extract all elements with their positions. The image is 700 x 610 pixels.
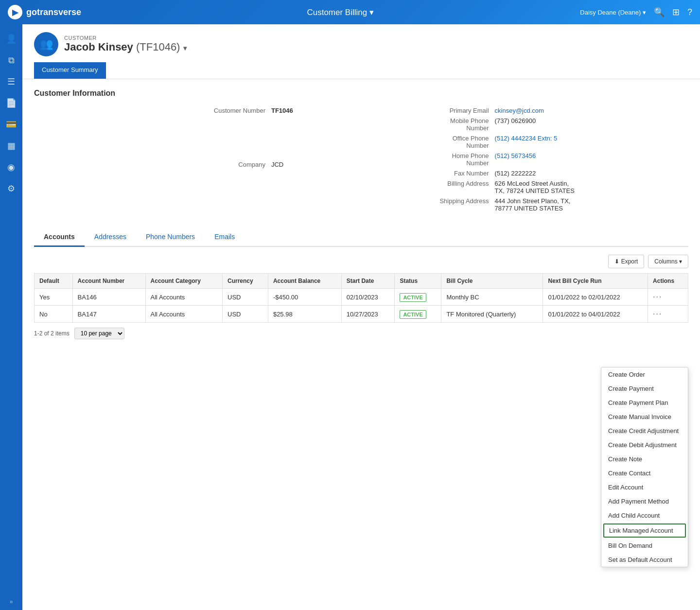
label-company: Company [34,159,271,213]
customer-tabs: Customer Summary [34,62,688,79]
menu-item-create-debit-adjustment[interactable]: Create Debit Adjustment [601,438,688,452]
sidebar-item-document[interactable]: 📄 [1,93,21,113]
columns-button[interactable]: Columns ▾ [648,255,688,268]
cell-account-balance: -$450.00 [268,289,341,306]
customer-name-row: Jacob Kinsey (TF1046) ▾ [64,41,187,53]
table-row: No BA147 All Accounts USD $25.98 10/27/2… [35,306,688,323]
value-primary-email: ckinsey@jcd.com [495,105,688,116]
value-billing-address: 626 McLeod Street Austin,TX, 78724 UNITE… [495,178,688,196]
export-button[interactable]: ⬇ Export [608,255,644,268]
cell-currency: USD [223,289,268,306]
sidebar-item-calculator[interactable]: ▦ [1,136,21,156]
col-account-category: Account Category [145,274,222,289]
cell-start-date: 10/27/2023 [341,306,395,323]
sidebar-expand[interactable]: » [10,598,13,605]
info-row-office: Office PhoneNumber (512) 4442234 Extn: 5 [361,133,688,151]
cell-status: ACTIVE [395,306,441,323]
per-page-select[interactable]: 10 per page 25 per page 50 per page [74,328,124,339]
value-home-phone: (512) 5673456 [495,151,688,168]
value-mobile-phone: (737) 0626900 [495,116,688,133]
menu-item-bill-on-demand[interactable]: Bill On Demand [601,539,688,553]
sub-tab-phone-numbers[interactable]: Phone Numbers [136,228,205,247]
cell-account-number: BA147 [72,306,145,323]
label-customer-number: Customer Number [34,105,271,159]
apps-icon[interactable]: ⊞ [672,7,680,17]
col-actions: Actions [648,274,688,289]
table-toolbar: ⬇ Export Columns ▾ [34,255,688,268]
value-customer-number: TF1046 [271,105,361,159]
customer-avatar: 👥 [34,32,58,56]
menu-item-create-manual-invoice[interactable]: Create Manual Invoice [601,410,688,424]
cell-currency: USD [223,306,268,323]
label-fax: Fax Number [361,168,495,178]
sub-tab-addresses[interactable]: Addresses [85,228,136,247]
row-actions-button-1[interactable]: ··· [653,293,662,301]
info-row-billing: Billing Address 626 McLeod Street Austin… [361,178,688,196]
menu-item-create-payment[interactable]: Create Payment [601,382,688,396]
label-shipping-address: Shipping Address [361,196,495,213]
sidebar-item-people[interactable]: 👤 [1,29,21,49]
cell-default: No [35,306,73,323]
info-row-shipping: Shipping Address 444 John Street Plano, … [361,196,688,213]
tab-customer-summary[interactable]: Customer Summary [34,62,106,79]
customer-label: CUSTOMER [64,35,187,41]
menu-item-edit-account[interactable]: Edit Account [601,480,688,494]
menu-item-set-as-default-account[interactable]: Set as Default Account [601,553,688,567]
label-home-phone: Home PhoneNumber [361,151,495,168]
sidebar-item-copy[interactable]: ⧉ [1,51,21,70]
value-fax: (512) 2222222 [495,168,688,178]
sub-tab-accounts[interactable]: Accounts [34,228,85,247]
sidebar-item-gear[interactable]: ⚙ [1,179,21,198]
table-row: Yes BA146 All Accounts USD -$450.00 02/1… [35,289,688,306]
customer-dropdown-arrow[interactable]: ▾ [183,44,187,52]
sub-tab-emails[interactable]: Emails [205,228,245,247]
status-badge: ACTIVE [400,310,426,319]
cell-status: ACTIVE [395,289,441,306]
cell-default: Yes [35,289,73,306]
label-office-phone: Office PhoneNumber [361,133,495,151]
sidebar-item-card[interactable]: 💳 [1,115,21,134]
pagination-summary: 1-2 of 2 items [34,330,70,337]
info-right: Primary Email ckinsey@jcd.com Mobile Pho… [361,105,688,213]
nav-title[interactable]: Customer Billing ▾ [101,7,580,17]
cell-next-bill-cycle: 01/01/2022 to 04/01/2022 [543,306,648,323]
table-body: Yes BA146 All Accounts USD -$450.00 02/1… [35,289,688,323]
label-billing-address: Billing Address [361,178,495,196]
col-start-date: Start Date [341,274,395,289]
menu-item-create-credit-adjustment[interactable]: Create Credit Adjustment [601,424,688,438]
menu-item-create-order[interactable]: Create Order [601,367,688,382]
customer-title-row: 👥 CUSTOMER Jacob Kinsey (TF1046) ▾ [34,32,688,56]
user-menu[interactable]: Daisy Deane (Deane) ▾ [580,9,646,16]
info-row-company: Company JCD [34,159,361,213]
page-content: Customer Information Customer Number TF1… [22,79,700,610]
search-icon[interactable]: 🔍 [654,7,665,17]
label-primary-email: Primary Email [361,105,495,116]
info-row-home: Home PhoneNumber (512) 5673456 [361,151,688,168]
menu-item-create-note[interactable]: Create Note [601,452,688,466]
table-header: Default Account Number Account Category … [35,274,688,289]
col-status: Status [395,274,441,289]
content-area: 👥 CUSTOMER Jacob Kinsey (TF1046) ▾ Custo… [22,24,700,610]
menu-item-add-payment-method[interactable]: Add Payment Method [601,494,688,508]
sidebar-item-list[interactable]: ☰ [1,72,21,91]
info-row-email: Primary Email ckinsey@jcd.com [361,105,688,116]
accounts-table: Default Account Number Account Category … [34,273,688,323]
menu-item-create-contact[interactable]: Create Contact [601,466,688,480]
row-actions-button-2[interactable]: ··· [653,310,662,318]
col-default: Default [35,274,73,289]
cell-start-date: 02/10/2023 [341,289,395,306]
col-next-bill-cycle-run: Next Bill Cycle Run [543,274,648,289]
value-company: JCD [271,159,361,213]
menu-item-link-managed-account[interactable]: Link Managed Account [603,523,686,538]
sidebar-item-palette[interactable]: ◉ [1,157,21,177]
menu-item-add-child-account[interactable]: Add Child Account [601,508,688,523]
status-badge: ACTIVE [400,293,426,302]
menu-item-create-payment-plan[interactable]: Create Payment Plan [601,396,688,410]
help-icon[interactable]: ? [687,7,692,17]
info-left: Customer Number TF1046 Company JCD [34,105,361,213]
cell-account-balance: $25.98 [268,306,341,323]
label-mobile-phone: Mobile PhoneNumber [361,116,495,133]
info-row-fax: Fax Number (512) 2222222 [361,168,688,178]
app-logo[interactable]: ▶ gotransverse [8,5,81,19]
logo-icon: ▶ [8,5,22,19]
